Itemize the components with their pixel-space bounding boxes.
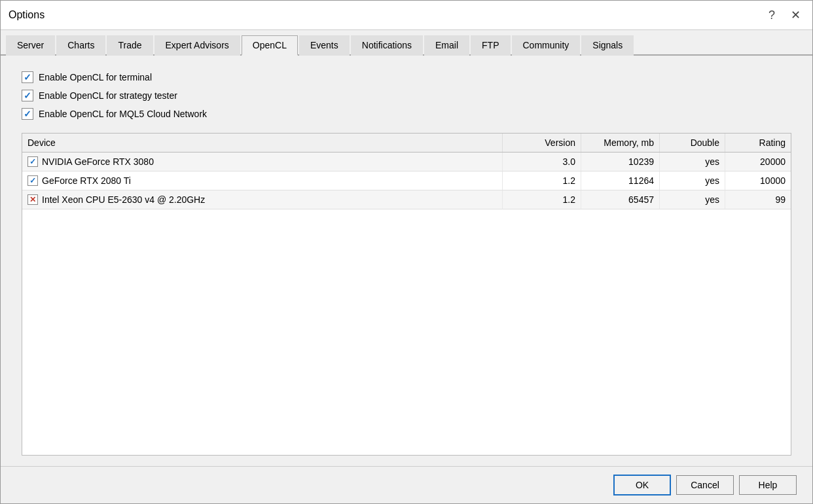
tab-events[interactable]: Events (299, 35, 350, 56)
tab-ftp[interactable]: FTP (471, 35, 510, 56)
checkbox-terminal-label: Enable OpenCL for terminal (39, 72, 152, 82)
checkbox-terminal-box[interactable]: ✓ (22, 71, 33, 83)
row1-rating: 20000 (725, 153, 791, 171)
row3-version: 1.2 (503, 190, 581, 209)
row3-checkbox[interactable]: ✕ (27, 194, 38, 205)
checkboxes-group: ✓ Enable OpenCL for terminal ✓ Enable Op… (22, 71, 791, 120)
tab-server[interactable]: Server (6, 35, 55, 56)
device-table: Device Version Memory, mb Double Rating … (22, 133, 791, 456)
row3-memory: 65457 (581, 190, 660, 209)
row2-checkbox[interactable]: ✓ (27, 175, 38, 186)
row3-device: ✕ Intel Xeon CPU E5-2630 v4 @ 2.20GHz (22, 190, 503, 209)
row2-check-icon: ✓ (29, 176, 36, 185)
title-bar-controls: ? ✕ (763, 6, 804, 24)
ok-button[interactable]: OK (613, 475, 671, 495)
checkbox-mql5-label: Enable OpenCL for MQL5 Cloud Network (39, 109, 207, 119)
col-version: Version (503, 134, 581, 152)
checkbox-strategy-box[interactable]: ✓ (22, 90, 33, 101)
tab-expert-advisors[interactable]: Expert Advisors (154, 35, 240, 56)
checkbox-strategy[interactable]: ✓ Enable OpenCL for strategy tester (22, 90, 791, 101)
check-mark-mql5: ✓ (24, 109, 31, 119)
row1-memory: 10239 (581, 153, 660, 171)
checkbox-terminal[interactable]: ✓ Enable OpenCL for terminal (22, 71, 791, 83)
col-memory: Memory, mb (581, 134, 660, 152)
col-rating: Rating (725, 134, 791, 152)
table-header: Device Version Memory, mb Double Rating (22, 134, 791, 153)
check-mark-strategy: ✓ (24, 90, 31, 101)
checkbox-mql5-box[interactable]: ✓ (22, 108, 33, 120)
options-dialog: Options ? ✕ Server Charts Trade Expert A… (0, 0, 813, 504)
row1-checkbox[interactable]: ✓ (27, 156, 38, 167)
check-mark-terminal: ✓ (24, 72, 31, 82)
row2-memory: 11264 (581, 171, 660, 190)
row1-check-icon: ✓ (29, 157, 36, 166)
tab-bar: Server Charts Trade Expert Advisors Open… (1, 30, 812, 56)
tab-community[interactable]: Community (512, 35, 581, 56)
col-device: Device (22, 134, 503, 152)
table-row[interactable]: ✓ GeForce RTX 2080 Ti 1.2 11264 yes 1000… (22, 171, 791, 190)
tab-signals[interactable]: Signals (581, 35, 634, 56)
row2-rating: 10000 (725, 171, 791, 190)
close-button[interactable]: ✕ (786, 6, 804, 24)
table-row[interactable]: ✓ NVIDIA GeForce RTX 3080 3.0 10239 yes … (22, 153, 791, 171)
help-button[interactable]: ? (763, 6, 781, 24)
row3-rating: 99 (725, 190, 791, 209)
row2-device: ✓ GeForce RTX 2080 Ti (22, 171, 503, 190)
tab-notifications[interactable]: Notifications (351, 35, 423, 56)
title-bar: Options ? ✕ (1, 1, 812, 30)
row3-double: yes (660, 190, 725, 209)
row3-check-icon: ✕ (29, 195, 36, 204)
help-footer-button[interactable]: Help (739, 475, 797, 495)
checkbox-strategy-label: Enable OpenCL for strategy tester (39, 90, 177, 101)
col-double: Double (660, 134, 725, 152)
tab-opencl[interactable]: OpenCL (242, 35, 298, 56)
footer: OK Cancel Help (1, 466, 812, 503)
row2-double: yes (660, 171, 725, 190)
tab-email[interactable]: Email (424, 35, 469, 56)
dialog-title: Options (9, 9, 45, 21)
table-row[interactable]: ✕ Intel Xeon CPU E5-2630 v4 @ 2.20GHz 1.… (22, 190, 791, 209)
row1-device: ✓ NVIDIA GeForce RTX 3080 (22, 153, 503, 171)
tab-charts[interactable]: Charts (56, 35, 105, 56)
content-area: ✓ Enable OpenCL for terminal ✓ Enable Op… (1, 56, 812, 466)
row1-double: yes (660, 153, 725, 171)
row1-version: 3.0 (503, 153, 581, 171)
cancel-button[interactable]: Cancel (676, 475, 734, 495)
row2-version: 1.2 (503, 171, 581, 190)
checkbox-mql5[interactable]: ✓ Enable OpenCL for MQL5 Cloud Network (22, 108, 791, 120)
tab-trade[interactable]: Trade (107, 35, 153, 56)
